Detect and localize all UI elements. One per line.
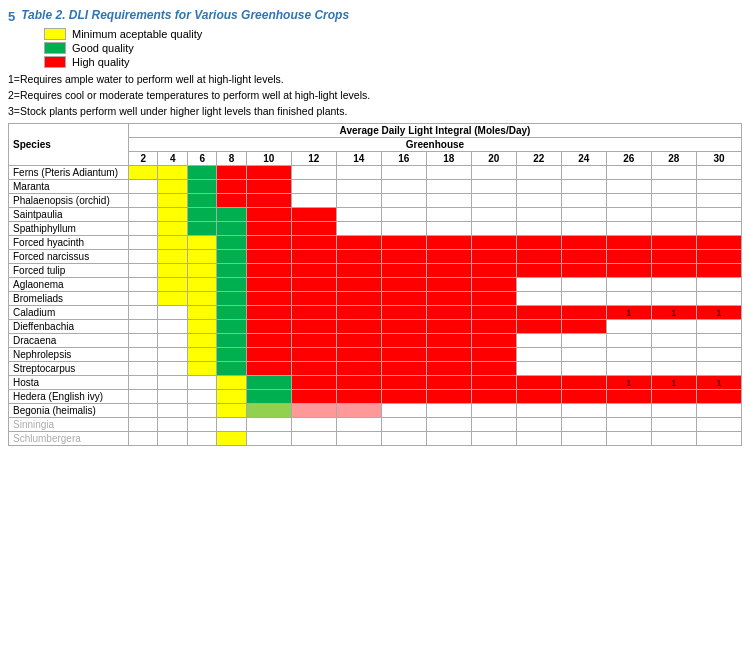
dli-cell — [291, 236, 336, 250]
dli-col-6: 6 — [187, 152, 216, 166]
dli-cell — [291, 334, 336, 348]
dli-col-28: 28 — [651, 152, 696, 166]
dli-cell — [606, 166, 651, 180]
species-name: Schlumbergera — [9, 432, 129, 446]
dli-cell — [471, 222, 516, 236]
dli-cell — [381, 320, 426, 334]
dli-cell — [651, 222, 696, 236]
dli-cell — [336, 194, 381, 208]
dli-cell — [381, 194, 426, 208]
dli-cell — [651, 404, 696, 418]
dli-col-14: 14 — [336, 152, 381, 166]
dli-cell — [336, 418, 381, 432]
dli-cell — [561, 390, 606, 404]
dli-cell — [426, 236, 471, 250]
dli-cell — [426, 432, 471, 446]
table-row: Hedera (English ivy) — [9, 390, 742, 404]
dli-cell — [336, 264, 381, 278]
dli-cell — [336, 208, 381, 222]
dli-cell — [291, 404, 336, 418]
dli-cell — [381, 236, 426, 250]
dli-cell — [246, 404, 291, 418]
dli-cell — [426, 376, 471, 390]
dli-cell — [471, 320, 516, 334]
dli-cell — [516, 306, 561, 320]
dli-cell — [561, 348, 606, 362]
table-number: 5 — [8, 9, 15, 24]
dli-cell — [606, 250, 651, 264]
dli-cell — [158, 250, 187, 264]
dli-cell — [187, 250, 216, 264]
dli-cell — [291, 376, 336, 390]
dli-cell — [129, 306, 158, 320]
dli-cell — [471, 292, 516, 306]
dli-cell — [129, 376, 158, 390]
species-header: Species — [9, 124, 129, 166]
dli-cell — [516, 362, 561, 376]
table-row: Nephrolepsis — [9, 348, 742, 362]
dli-cell — [561, 250, 606, 264]
dli-cell — [217, 390, 246, 404]
dli-cell — [336, 180, 381, 194]
species-name: Begonia (heimalis) — [9, 404, 129, 418]
dli-cell — [381, 348, 426, 362]
dli-cell — [129, 208, 158, 222]
dli-col-10: 10 — [246, 152, 291, 166]
dli-cell — [651, 194, 696, 208]
dli-cell — [516, 418, 561, 432]
dli-cell — [426, 404, 471, 418]
dli-cell — [217, 320, 246, 334]
dli-cell — [606, 334, 651, 348]
dli-cell — [291, 390, 336, 404]
dli-cell — [516, 278, 561, 292]
legend-item-yellow: Minimum aceptable quality — [44, 28, 742, 40]
species-name: Forced tulip — [9, 264, 129, 278]
dli-cell — [217, 376, 246, 390]
dli-cell — [291, 320, 336, 334]
dli-cell — [471, 390, 516, 404]
species-name: Phalaenopsis (orchid) — [9, 194, 129, 208]
dli-cell — [336, 390, 381, 404]
dli-cell — [516, 194, 561, 208]
dli-cell — [217, 236, 246, 250]
dli-cell — [129, 264, 158, 278]
dli-cell — [561, 432, 606, 446]
legend-color-red — [44, 56, 66, 68]
dli-cell — [217, 166, 246, 180]
dli-cell — [291, 222, 336, 236]
dli-cell — [158, 236, 187, 250]
dli-cell — [561, 278, 606, 292]
dli-cell — [426, 334, 471, 348]
table-row: Maranta — [9, 180, 742, 194]
table-title: Table 2. DLI Requirements for Various Gr… — [21, 8, 349, 22]
dli-col-24: 24 — [561, 152, 606, 166]
species-name: Caladium — [9, 306, 129, 320]
dli-cell — [158, 334, 187, 348]
dli-cell — [651, 278, 696, 292]
species-name: Forced narcissus — [9, 250, 129, 264]
legend-label-green: Good quality — [72, 42, 134, 54]
species-name: Dracaena — [9, 334, 129, 348]
dli-cell — [606, 362, 651, 376]
dli-cell — [606, 264, 651, 278]
dli-col-2: 2 — [129, 152, 158, 166]
legend-label-yellow: Minimum aceptable quality — [72, 28, 202, 40]
dli-cell — [696, 292, 741, 306]
dli-cell — [696, 348, 741, 362]
dli-cell — [426, 320, 471, 334]
species-name: Streptocarpus — [9, 362, 129, 376]
dli-cell — [129, 432, 158, 446]
dli-cell — [651, 166, 696, 180]
dli-cell — [158, 264, 187, 278]
dli-cell — [606, 180, 651, 194]
dli-cell — [606, 348, 651, 362]
dli-cell — [217, 208, 246, 222]
species-name: Aglaonema — [9, 278, 129, 292]
dli-cell — [158, 292, 187, 306]
dli-cell — [246, 362, 291, 376]
legend-color-yellow — [44, 28, 66, 40]
dli-cell — [336, 166, 381, 180]
notes-block: 1=Requires ample water to perform well a… — [8, 72, 742, 119]
species-name: Sinningia — [9, 418, 129, 432]
dli-cell — [471, 236, 516, 250]
